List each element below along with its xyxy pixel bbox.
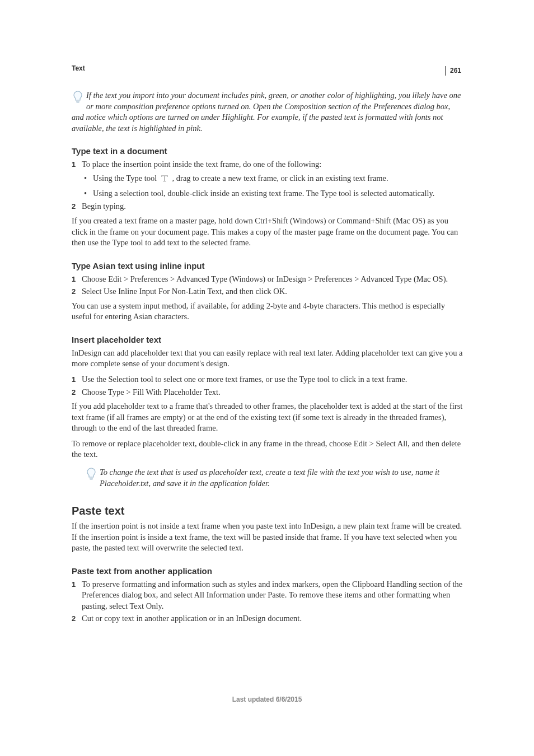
bullet-body: Using a selection tool, double-click ins… (93, 188, 463, 199)
bullet-icon: • (84, 188, 93, 199)
step-number: 1 (72, 159, 82, 170)
para-placeholder-2: To remove or replace placeholder text, d… (72, 438, 463, 460)
bullet-icon: • (84, 172, 93, 185)
step-number: 1 (72, 374, 82, 385)
para-placeholder-1: If you add placeholder text to a frame t… (72, 401, 463, 434)
bullet-body: Using the Type tool , drag to create a n… (93, 172, 463, 185)
step-body: Use the Selection tool to select one or … (82, 374, 463, 385)
footer-last-updated: Last updated 6/6/2015 (0, 696, 534, 703)
steps-placeholder: 1 Use the Selection tool to select one o… (72, 374, 463, 398)
type-tool-icon (160, 174, 169, 185)
step-body: Select Use Inline Input For Non-Latin Te… (82, 286, 463, 297)
step-number: 1 (72, 274, 82, 285)
steps-paste: 1 To preserve formatting and information… (72, 579, 463, 624)
steps-asian: 1 Choose Edit > Preferences > Advanced T… (72, 274, 463, 297)
heading-asian-text: Type Asian text using inline input (72, 261, 463, 270)
bullets-type-text: • Using the Type tool , drag to create a… (84, 172, 463, 199)
step-number: 2 (72, 387, 82, 398)
step-body: Choose Type > Fill With Placeholder Text… (82, 387, 463, 398)
bullet-text-a: Using the Type tool (93, 174, 159, 183)
step-number: 2 (72, 201, 82, 212)
para-asian: You can use a system input method, if av… (72, 301, 463, 323)
steps-type-text: 1 To place the insertion point inside th… (72, 159, 463, 170)
heading-paste-from-app: Paste text from another application (72, 566, 463, 576)
lightbulb-icon (86, 468, 96, 483)
heading-type-text: Type text in a document (72, 146, 463, 156)
step-number: 2 (72, 286, 82, 297)
tip-placeholder-file: To change the text that is used as place… (85, 467, 463, 489)
step-number: 1 (72, 579, 82, 612)
step-body: To preserve formatting and information s… (82, 579, 463, 612)
steps-type-text-2: 2 Begin typing. (72, 201, 463, 212)
step-body: Cut or copy text in another application … (82, 613, 463, 624)
tip-text: If the text you import into your documen… (72, 91, 461, 133)
heading-paste-text: Paste text (72, 505, 463, 517)
step-number: 2 (72, 613, 82, 624)
page-content: Text If the text you import into your do… (72, 64, 463, 627)
step-body: To place the insertion point inside the … (82, 159, 463, 170)
chapter-label: Text (72, 64, 463, 72)
para-master-page: If you created a text frame on a master … (72, 216, 463, 249)
heading-placeholder: Insert placeholder text (72, 335, 463, 344)
bullet-text-b: , drag to create a new text frame, or cl… (170, 174, 388, 183)
para-paste-intro: If the insertion point is not inside a t… (72, 521, 463, 554)
tip-text: To change the text that is used as place… (100, 468, 439, 488)
step-body: Begin typing. (82, 201, 463, 212)
tip-highlighting: If the text you import into your documen… (72, 90, 463, 134)
para-placeholder-intro: InDesign can add placeholder text that y… (72, 348, 463, 370)
lightbulb-icon (73, 91, 83, 106)
step-body: Choose Edit > Preferences > Advanced Typ… (82, 274, 463, 285)
